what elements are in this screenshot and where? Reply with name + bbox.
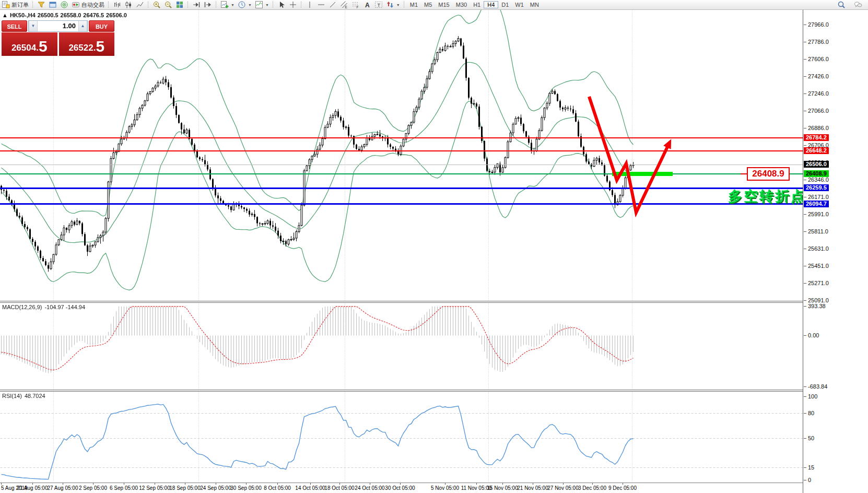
timeframe-MN[interactable]: MN <box>527 1 542 8</box>
chart-line-button[interactable] <box>134 1 146 9</box>
chart-bars-button[interactable] <box>111 1 123 9</box>
price-axis[interactable]: 27966.027786.027606.027426.027246.027066… <box>803 9 868 493</box>
crosshair-button[interactable] <box>287 1 299 9</box>
panel-divider-2[interactable] <box>0 390 803 392</box>
ohlc-close: 26506.0 <box>106 12 127 18</box>
price-badge-26094.7: 26094.7 <box>804 201 829 207</box>
time-label: 2 Sep 05:00 <box>79 485 107 491</box>
zoom-out-button[interactable] <box>162 1 174 9</box>
search-button[interactable] <box>836 1 847 9</box>
time-label: 5 Nov 05:00 <box>431 485 459 491</box>
mql5-community-button[interactable] <box>36 1 47 9</box>
main-chart[interactable]: 26408.9 多空转折点 ▲HK50-,H426500.526558.0264… <box>0 9 803 301</box>
svg-text:F: F <box>356 5 358 9</box>
fibonacci-button[interactable]: F <box>350 1 361 9</box>
buy-price-display[interactable]: 26522.5 <box>59 32 115 56</box>
chart-shift-button[interactable] <box>202 1 214 9</box>
time-tick <box>277 483 278 485</box>
sell-price-main: 26504 <box>11 42 36 54</box>
time-label: 30 Oct 05:00 <box>385 485 415 491</box>
symbol-header: ▲HK50-,H426500.526558.026476.526506.0 <box>2 12 129 18</box>
toolbar-separator <box>301 2 302 8</box>
time-label: 24 Oct 05:00 <box>355 485 384 491</box>
chat-icon <box>854 1 862 9</box>
fibonacci-icon: F <box>351 1 360 9</box>
timeframe-H1[interactable]: H1 <box>470 1 484 8</box>
collapse-marker[interactable]: ▲ <box>2 12 8 18</box>
price-tick: 27426.0 <box>808 73 829 79</box>
timeframe-M15[interactable]: M15 <box>435 1 452 8</box>
vertical-line-button[interactable] <box>304 1 315 9</box>
price-badge-26408.9: 26408.9 <box>804 170 829 177</box>
timeframe-W1[interactable]: W1 <box>512 1 527 8</box>
open-charts-button[interactable] <box>47 1 58 9</box>
time-tick <box>124 483 124 485</box>
time-label: 27 Nov 05:00 <box>547 485 579 491</box>
arrows-button[interactable]: ▼ <box>384 1 402 9</box>
price-badge-26648.2: 26648.2 <box>804 147 829 154</box>
cursor-button[interactable] <box>276 1 287 9</box>
time-tick <box>592 483 593 485</box>
timeframe-M5[interactable]: M5 <box>421 1 435 8</box>
new-chart-icon <box>220 1 229 9</box>
market-watch-button[interactable] <box>58 1 70 9</box>
volume-input[interactable]: 1.00 <box>38 21 78 31</box>
time-label: 21 Nov 05:00 <box>517 485 548 491</box>
buy-price-main: 26522 <box>68 42 93 54</box>
price-tick: 26171.0 <box>808 194 829 200</box>
profiles-button[interactable]: ▼ <box>236 1 253 9</box>
chart-candles-button[interactable] <box>123 1 134 9</box>
chart-shift-icon <box>204 1 212 9</box>
tile-windows-button[interactable] <box>174 1 185 9</box>
buy-button[interactable]: BUY <box>89 20 114 32</box>
equidistant-channel-icon: E <box>340 1 348 9</box>
trendline-icon <box>329 1 337 9</box>
time-tick <box>623 483 623 485</box>
macd-tick: 0.00 <box>808 332 819 338</box>
trendline-button[interactable] <box>327 1 338 9</box>
auto-trading-button[interactable]: 自动交易 <box>70 1 106 9</box>
rsi-panel[interactable]: RSI(14)48.7024 <box>0 392 803 483</box>
vertical-line-icon <box>306 1 314 9</box>
toolbar-separator <box>187 2 189 8</box>
time-tick <box>63 483 63 485</box>
svg-text:E: E <box>345 5 347 9</box>
price-tick: 26346.0 <box>808 177 829 183</box>
sell-button[interactable]: SELL <box>2 20 27 32</box>
macd-label: MACD(12,26,9)-104.97 -144.94 <box>2 304 88 310</box>
zoom-in-button[interactable] <box>151 1 162 9</box>
time-axis[interactable]: 5 Aug 201921 Aug 05:0027 Aug 05:002 Sep … <box>0 483 803 493</box>
sell-price-display[interactable]: 26504.5 <box>2 32 57 56</box>
time-label: 3 Dec 05:00 <box>578 485 606 491</box>
time-tick <box>155 483 155 485</box>
candles-canvas[interactable] <box>0 9 803 301</box>
auto-scroll-button[interactable] <box>191 1 202 9</box>
svg-text:T: T <box>377 3 380 8</box>
new-order-icon <box>2 1 10 9</box>
timeframe-H4[interactable]: H4 <box>484 1 498 8</box>
volume-increase-button[interactable]: ▲ <box>78 21 87 31</box>
timeframe-M30[interactable]: M30 <box>453 1 470 8</box>
macd-panel[interactable]: MACD(12,26,9)-104.97 -144.94 <box>0 303 803 390</box>
time-tick <box>310 483 311 485</box>
text-button[interactable]: A <box>361 1 373 9</box>
timeframe-D1[interactable]: D1 <box>498 1 512 8</box>
panel-divider-1[interactable] <box>0 301 803 303</box>
horizontal-line-button[interactable] <box>315 1 327 9</box>
rsi-label: RSI(14)48.7024 <box>2 393 48 399</box>
price-badge-26506.0: 26506.0 <box>804 161 829 168</box>
timeframe-M1[interactable]: M1 <box>407 1 421 8</box>
auto-trading-icon <box>72 1 80 9</box>
chat-button[interactable] <box>852 1 864 9</box>
time-tick <box>216 483 216 485</box>
new-order-button[interactable]: 新订单 <box>0 1 30 9</box>
new-chart-button[interactable]: ▼ <box>219 1 236 9</box>
time-label: 27 Aug 05:00 <box>48 485 78 491</box>
volume-decrease-button[interactable]: ▼ <box>29 21 38 31</box>
indicators-list-button[interactable]: ▼ <box>253 1 271 9</box>
text-label-button[interactable]: T <box>373 1 384 9</box>
zoom-in-icon <box>153 1 161 9</box>
time-label: 8 Oct 05:00 <box>264 485 291 491</box>
equidistant-channel-button[interactable]: E <box>338 1 350 9</box>
price-badge-26259.5: 26259.5 <box>804 184 829 191</box>
